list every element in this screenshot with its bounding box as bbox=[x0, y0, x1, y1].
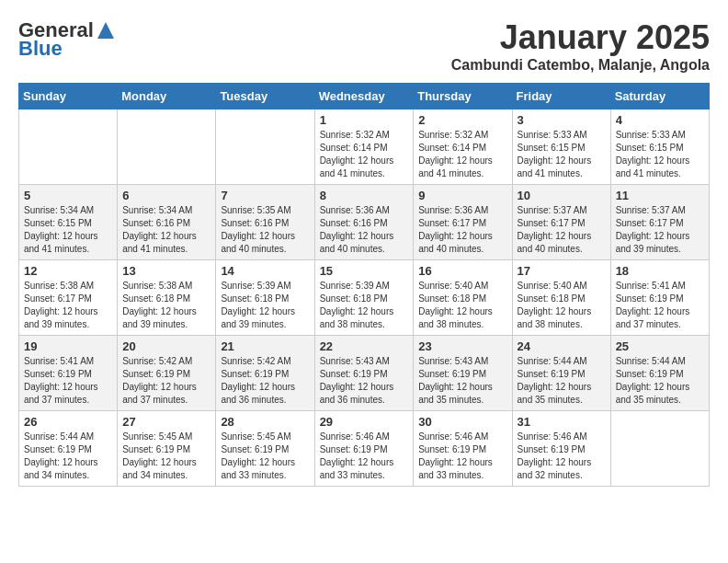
day-number: 13 bbox=[122, 264, 210, 278]
calendar-cell: 19Sunrise: 5:41 AM Sunset: 6:19 PM Dayli… bbox=[19, 336, 118, 411]
calendar-cell: 3Sunrise: 5:33 AM Sunset: 6:15 PM Daylig… bbox=[512, 109, 610, 185]
day-number: 20 bbox=[122, 339, 210, 353]
day-info: Sunrise: 5:34 AM Sunset: 6:16 PM Dayligh… bbox=[122, 204, 210, 256]
day-number: 18 bbox=[616, 264, 704, 278]
day-info: Sunrise: 5:32 AM Sunset: 6:14 PM Dayligh… bbox=[320, 129, 409, 180]
day-info: Sunrise: 5:42 AM Sunset: 6:19 PM Dayligh… bbox=[122, 355, 210, 407]
calendar-cell: 1Sunrise: 5:32 AM Sunset: 6:14 PM Daylig… bbox=[314, 109, 414, 185]
calendar-cell bbox=[19, 109, 118, 185]
calendar-cell: 7Sunrise: 5:35 AM Sunset: 6:16 PM Daylig… bbox=[216, 185, 314, 260]
calendar-cell: 17Sunrise: 5:40 AM Sunset: 6:18 PM Dayli… bbox=[512, 260, 610, 336]
calendar-header-day: Sunday bbox=[19, 84, 118, 109]
calendar-cell bbox=[610, 411, 709, 487]
day-info: Sunrise: 5:37 AM Sunset: 6:17 PM Dayligh… bbox=[518, 204, 606, 256]
calendar-header-day: Friday bbox=[512, 84, 610, 109]
day-info: Sunrise: 5:42 AM Sunset: 6:19 PM Dayligh… bbox=[221, 355, 309, 407]
calendar-cell: 31Sunrise: 5:46 AM Sunset: 6:19 PM Dayli… bbox=[512, 411, 610, 487]
day-number: 4 bbox=[616, 113, 704, 127]
day-number: 24 bbox=[518, 339, 606, 353]
day-number: 27 bbox=[122, 415, 210, 429]
day-info: Sunrise: 5:41 AM Sunset: 6:19 PM Dayligh… bbox=[24, 355, 112, 407]
calendar-header-day: Tuesday bbox=[216, 84, 314, 109]
calendar-cell: 4Sunrise: 5:33 AM Sunset: 6:15 PM Daylig… bbox=[610, 109, 709, 185]
calendar-cell: 20Sunrise: 5:42 AM Sunset: 6:19 PM Dayli… bbox=[118, 336, 216, 411]
day-info: Sunrise: 5:45 AM Sunset: 6:19 PM Dayligh… bbox=[221, 431, 309, 482]
day-number: 26 bbox=[24, 415, 112, 429]
day-info: Sunrise: 5:46 AM Sunset: 6:19 PM Dayligh… bbox=[418, 431, 506, 482]
calendar-header-day: Saturday bbox=[610, 84, 709, 109]
day-info: Sunrise: 5:39 AM Sunset: 6:18 PM Dayligh… bbox=[320, 280, 409, 331]
calendar-header-day: Monday bbox=[118, 84, 216, 109]
day-info: Sunrise: 5:32 AM Sunset: 6:14 PM Dayligh… bbox=[418, 129, 506, 180]
calendar-cell: 2Sunrise: 5:32 AM Sunset: 6:14 PM Daylig… bbox=[414, 109, 512, 185]
calendar-week-row: 5Sunrise: 5:34 AM Sunset: 6:15 PM Daylig… bbox=[19, 185, 710, 260]
calendar-cell: 30Sunrise: 5:46 AM Sunset: 6:19 PM Dayli… bbox=[414, 411, 512, 487]
day-number: 28 bbox=[221, 415, 309, 429]
day-number: 8 bbox=[320, 189, 409, 202]
day-number: 19 bbox=[24, 339, 112, 353]
calendar-cell: 29Sunrise: 5:46 AM Sunset: 6:19 PM Dayli… bbox=[314, 411, 414, 487]
day-info: Sunrise: 5:43 AM Sunset: 6:19 PM Dayligh… bbox=[418, 355, 506, 407]
day-number: 17 bbox=[518, 264, 606, 278]
day-number: 9 bbox=[418, 189, 506, 202]
title-area: January 2025 Cambundi Catembo, Malanje, … bbox=[451, 18, 710, 74]
day-number: 16 bbox=[418, 264, 506, 278]
day-info: Sunrise: 5:43 AM Sunset: 6:19 PM Dayligh… bbox=[320, 355, 409, 407]
day-info: Sunrise: 5:44 AM Sunset: 6:19 PM Dayligh… bbox=[24, 431, 112, 482]
calendar-cell: 15Sunrise: 5:39 AM Sunset: 6:18 PM Dayli… bbox=[314, 260, 414, 336]
calendar-cell: 22Sunrise: 5:43 AM Sunset: 6:19 PM Dayli… bbox=[314, 336, 414, 411]
day-number: 10 bbox=[518, 189, 606, 202]
calendar-cell bbox=[216, 109, 314, 185]
day-info: Sunrise: 5:44 AM Sunset: 6:19 PM Dayligh… bbox=[518, 355, 606, 407]
calendar-cell: 24Sunrise: 5:44 AM Sunset: 6:19 PM Dayli… bbox=[512, 336, 610, 411]
day-number: 1 bbox=[320, 113, 409, 127]
day-info: Sunrise: 5:41 AM Sunset: 6:19 PM Dayligh… bbox=[616, 280, 704, 331]
calendar-week-row: 19Sunrise: 5:41 AM Sunset: 6:19 PM Dayli… bbox=[19, 336, 710, 411]
calendar-cell: 10Sunrise: 5:37 AM Sunset: 6:17 PM Dayli… bbox=[512, 185, 610, 260]
day-number: 14 bbox=[221, 264, 309, 278]
day-number: 22 bbox=[320, 339, 409, 353]
calendar-cell: 8Sunrise: 5:36 AM Sunset: 6:16 PM Daylig… bbox=[314, 185, 414, 260]
day-info: Sunrise: 5:40 AM Sunset: 6:18 PM Dayligh… bbox=[418, 280, 506, 331]
day-info: Sunrise: 5:33 AM Sunset: 6:15 PM Dayligh… bbox=[616, 129, 704, 180]
day-number: 30 bbox=[418, 415, 506, 429]
day-info: Sunrise: 5:36 AM Sunset: 6:17 PM Dayligh… bbox=[418, 204, 506, 256]
day-info: Sunrise: 5:38 AM Sunset: 6:17 PM Dayligh… bbox=[24, 280, 112, 331]
day-number: 21 bbox=[221, 339, 309, 353]
day-info: Sunrise: 5:40 AM Sunset: 6:18 PM Dayligh… bbox=[518, 280, 606, 331]
day-number: 23 bbox=[418, 339, 506, 353]
calendar-cell: 11Sunrise: 5:37 AM Sunset: 6:17 PM Dayli… bbox=[610, 185, 709, 260]
calendar-cell: 14Sunrise: 5:39 AM Sunset: 6:18 PM Dayli… bbox=[216, 260, 314, 336]
logo: General Blue bbox=[18, 18, 114, 61]
calendar-cell: 26Sunrise: 5:44 AM Sunset: 6:19 PM Dayli… bbox=[19, 411, 118, 487]
day-number: 15 bbox=[320, 264, 409, 278]
calendar-cell: 25Sunrise: 5:44 AM Sunset: 6:19 PM Dayli… bbox=[610, 336, 709, 411]
day-info: Sunrise: 5:46 AM Sunset: 6:19 PM Dayligh… bbox=[320, 431, 409, 482]
calendar-cell: 28Sunrise: 5:45 AM Sunset: 6:19 PM Dayli… bbox=[216, 411, 314, 487]
month-title: January 2025 bbox=[451, 18, 710, 57]
calendar-cell: 9Sunrise: 5:36 AM Sunset: 6:17 PM Daylig… bbox=[414, 185, 512, 260]
logo-blue-text: Blue bbox=[18, 37, 63, 61]
calendar-cell: 5Sunrise: 5:34 AM Sunset: 6:15 PM Daylig… bbox=[19, 185, 118, 260]
calendar-week-row: 1Sunrise: 5:32 AM Sunset: 6:14 PM Daylig… bbox=[19, 109, 710, 185]
calendar-cell: 21Sunrise: 5:42 AM Sunset: 6:19 PM Dayli… bbox=[216, 336, 314, 411]
calendar-week-row: 12Sunrise: 5:38 AM Sunset: 6:17 PM Dayli… bbox=[19, 260, 710, 336]
day-number: 11 bbox=[616, 189, 704, 202]
calendar-cell: 13Sunrise: 5:38 AM Sunset: 6:18 PM Dayli… bbox=[118, 260, 216, 336]
day-number: 7 bbox=[221, 189, 309, 202]
calendar-table: SundayMondayTuesdayWednesdayThursdayFrid… bbox=[18, 83, 710, 487]
day-number: 2 bbox=[418, 113, 506, 127]
day-info: Sunrise: 5:45 AM Sunset: 6:19 PM Dayligh… bbox=[122, 431, 210, 482]
calendar-body: 1Sunrise: 5:32 AM Sunset: 6:14 PM Daylig… bbox=[19, 109, 710, 487]
calendar-cell: 16Sunrise: 5:40 AM Sunset: 6:18 PM Dayli… bbox=[414, 260, 512, 336]
logo-bird-icon bbox=[97, 22, 114, 39]
calendar-header: SundayMondayTuesdayWednesdayThursdayFrid… bbox=[19, 84, 710, 109]
day-number: 3 bbox=[518, 113, 606, 127]
day-info: Sunrise: 5:39 AM Sunset: 6:18 PM Dayligh… bbox=[221, 280, 309, 331]
day-number: 31 bbox=[518, 415, 606, 429]
day-info: Sunrise: 5:35 AM Sunset: 6:16 PM Dayligh… bbox=[221, 204, 309, 256]
calendar-header-day: Wednesday bbox=[314, 84, 414, 109]
calendar-header-day: Thursday bbox=[414, 84, 512, 109]
day-info: Sunrise: 5:38 AM Sunset: 6:18 PM Dayligh… bbox=[122, 280, 210, 331]
day-number: 12 bbox=[24, 264, 112, 278]
